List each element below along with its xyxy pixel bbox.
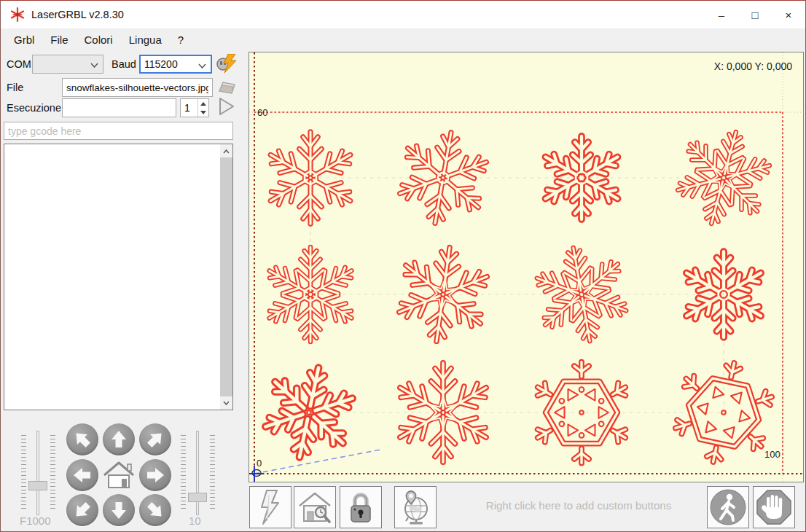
snowflake-shape (270, 247, 352, 342)
baud-label: Baud (111, 55, 136, 74)
x-max-label: 100 (764, 449, 780, 460)
chevron-down-icon (198, 63, 206, 69)
menu-colori[interactable]: Colori (85, 34, 113, 46)
play-button[interactable] (216, 97, 237, 117)
app-window: LaserGRBL v2.8.30 – □ × Grbl File Colori… (0, 0, 806, 532)
com-select[interactable] (32, 55, 103, 74)
log-textarea[interactable] (4, 144, 233, 410)
jog-south-button[interactable] (103, 494, 135, 526)
walking-person-icon (709, 488, 747, 526)
step-slider-thumb[interactable] (188, 493, 207, 502)
play-icon (218, 97, 235, 116)
scroll-thumb[interactable] (220, 157, 232, 396)
chevron-down-icon (90, 63, 98, 68)
menu-help[interactable]: ? (178, 34, 184, 46)
arrow-north-icon (108, 429, 130, 450)
folder-icon (217, 78, 236, 95)
window-title: LaserGRBL v2.8.30 (31, 9, 124, 20)
connect-button[interactable] (215, 54, 238, 74)
jog-south-west-button[interactable] (66, 494, 98, 526)
stepper-down-button[interactable] (198, 108, 208, 117)
arrow-east-icon (144, 464, 166, 486)
home-button[interactable] (100, 457, 138, 493)
origin-label: 0 (257, 458, 262, 469)
position-readout: X: 0,000 Y: 0,000 (714, 60, 792, 72)
house-icon (101, 458, 137, 491)
esecuzione-label: Esecuzione (7, 98, 61, 117)
laser-bolt-button[interactable] (249, 486, 292, 528)
com-label: COM (7, 55, 31, 74)
globe-pin-icon (399, 489, 432, 525)
feed-slider-thumb[interactable] (28, 481, 47, 490)
globe-button[interactable] (394, 486, 437, 528)
baud-value: 115200 (144, 58, 178, 70)
home-magnifier-icon (297, 490, 333, 525)
open-file-button[interactable] (216, 78, 237, 97)
scroll-up-button[interactable] (220, 145, 232, 157)
feed-label: F1000 (20, 515, 51, 527)
arrow-west-icon (71, 464, 93, 486)
menu-lingua[interactable]: Lingua (129, 34, 162, 46)
run-button[interactable] (707, 486, 749, 528)
app-logo-icon (9, 7, 26, 23)
y-max-label: 60 (257, 107, 267, 118)
arrow-south-east-icon (144, 499, 166, 521)
jog-north-west-button[interactable] (66, 423, 98, 455)
menu-grbl[interactable]: Grbl (14, 34, 34, 46)
chevron-down-icon (223, 401, 230, 405)
step-label: 10 (189, 515, 201, 527)
baud-select[interactable]: 115200 (139, 55, 212, 74)
lock-button[interactable] (340, 486, 382, 528)
maximize-button[interactable]: □ (738, 1, 772, 28)
scroll-down-button[interactable] (220, 396, 232, 409)
triangle-down-icon (200, 111, 206, 114)
snowflake-shape (396, 242, 490, 348)
padlock-icon (345, 490, 376, 525)
stop-hand-icon (755, 488, 793, 526)
triangle-up-icon (200, 102, 206, 106)
jog-west-button[interactable] (66, 459, 98, 491)
jog-south-east-button[interactable] (139, 494, 171, 526)
lightning-icon (257, 489, 283, 525)
stepper-value: 1 (184, 102, 190, 114)
esecuzione-input[interactable] (62, 98, 176, 117)
home-frame-button[interactable] (294, 486, 336, 528)
file-input[interactable] (62, 78, 213, 97)
snowflake-shape (270, 132, 351, 224)
titlebar: LaserGRBL v2.8.30 – □ × (1, 1, 805, 28)
preview-canvas[interactable]: 60 0 100 X: 0,000 Y: 0,000 (249, 52, 803, 482)
gcode-input[interactable] (4, 122, 233, 140)
arrow-south-icon (108, 499, 130, 521)
snowflake-shape (396, 125, 490, 230)
preview-region: 60 0 100 X: 0,000 Y: 0,000 (247, 50, 806, 532)
log-scrollbar[interactable] (220, 144, 232, 410)
jog-north-east-button[interactable] (139, 423, 171, 455)
stop-button[interactable] (753, 486, 795, 528)
custom-buttons-toolbar: Right click here to add custom buttons (247, 483, 806, 532)
line-count-stepper[interactable]: 1 (180, 98, 209, 117)
preview-panel: 60 0 100 X: 0,000 Y: 0,000 (249, 52, 804, 482)
snowflake-shape (672, 122, 776, 235)
jog-north-button[interactable] (103, 423, 135, 455)
minimize-button[interactable]: – (705, 1, 738, 28)
stepper-up-button[interactable] (198, 99, 208, 108)
menubar: Grbl File Colori Lingua ? (1, 28, 805, 50)
menu-file[interactable]: File (50, 34, 68, 46)
arrow-north-west-icon (71, 429, 93, 450)
chevron-up-icon (223, 149, 230, 154)
snowflake-shape (670, 354, 778, 472)
jog-east-button[interactable] (139, 459, 171, 491)
close-button[interactable]: × (772, 1, 805, 28)
control-panel: COM Baud 115200 File E (1, 50, 241, 532)
toolbar-hint: Right click here to add custom buttons (469, 499, 688, 512)
arrow-south-west-icon (71, 499, 93, 521)
plug-lightning-icon (216, 54, 238, 74)
arrow-north-east-icon (144, 429, 166, 450)
file-label: File (7, 78, 23, 97)
